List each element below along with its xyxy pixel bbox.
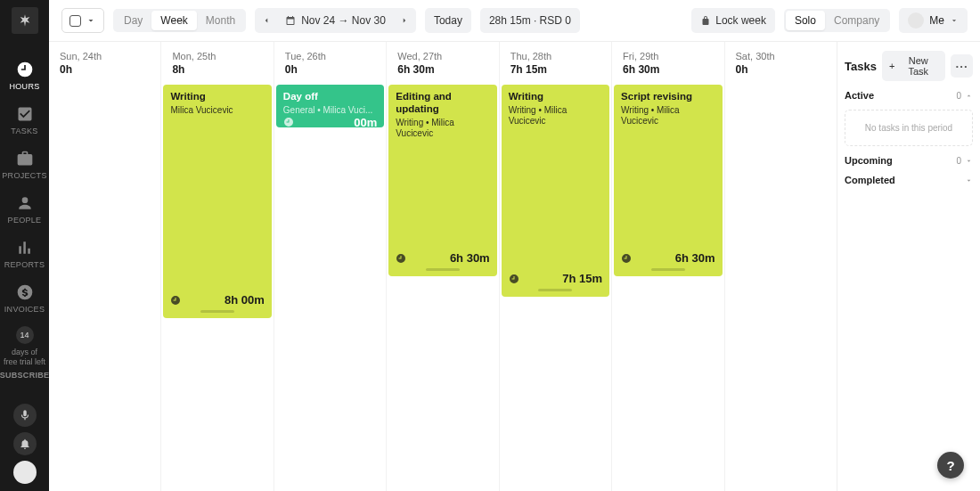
resize-handle[interactable] bbox=[651, 268, 685, 271]
caret-down-icon bbox=[86, 15, 96, 26]
nav-people[interactable]: PEOPLE bbox=[0, 185, 49, 230]
view-day[interactable]: Day bbox=[115, 11, 151, 30]
day-body[interactable]: Script revisingWriting • Milica Vucicevi… bbox=[612, 83, 723, 491]
briefcase-icon bbox=[16, 150, 34, 168]
prev-week-button[interactable] bbox=[255, 8, 278, 33]
trial-info: 14 days of free trial left SUBSCRIBE bbox=[0, 326, 49, 380]
help-button[interactable]: ? bbox=[937, 452, 964, 479]
spark-icon bbox=[18, 13, 32, 28]
sidebar: HOURSTASKSPROJECTSPEOPLEREPORTSINVOICES … bbox=[0, 0, 49, 491]
checkbox-icon bbox=[69, 15, 81, 27]
tasks-section-upcoming[interactable]: Upcoming 0 bbox=[845, 155, 973, 166]
event-subtitle: General • Milica Vuci... bbox=[283, 105, 377, 116]
nav-reports[interactable]: REPORTS bbox=[0, 230, 49, 274]
day-column: Mon, 25th8hWritingMilica Vucicevic8h 00m bbox=[161, 42, 274, 491]
scope-company[interactable]: Company bbox=[825, 11, 888, 30]
clock-icon bbox=[170, 295, 181, 306]
day-body[interactable]: Editing and updatingWriting • Milica Vuc… bbox=[387, 83, 498, 491]
scope-segmented: Solo Company bbox=[784, 9, 890, 32]
calendar-event[interactable]: WritingMilica Vucicevic8h 00m bbox=[163, 85, 271, 318]
clock-icon bbox=[16, 61, 34, 78]
day-date: Wed, 27th bbox=[397, 51, 487, 61]
caret-down-icon bbox=[950, 16, 959, 25]
calendar-event[interactable]: Editing and updatingWriting • Milica Vuc… bbox=[388, 85, 496, 276]
notifications-button[interactable] bbox=[13, 432, 37, 455]
event-duration: 6h 30m bbox=[450, 251, 490, 265]
day-body[interactable]: WritingMilica Vucicevic8h 00m bbox=[161, 83, 273, 491]
day-total: 7h 15m bbox=[510, 63, 600, 76]
nav-projects[interactable]: PROJECTS bbox=[0, 141, 49, 185]
day-total: 6h 30m bbox=[397, 63, 487, 76]
bars-icon bbox=[16, 239, 34, 257]
day-body[interactable]: Day offGeneral • Milica Vuci...00m bbox=[274, 83, 386, 491]
day-total: 0h bbox=[60, 63, 150, 76]
calendar-event[interactable]: WritingWriting • Milica Vucicevic7h 15m bbox=[502, 85, 609, 297]
resize-handle[interactable] bbox=[426, 268, 460, 271]
calendar-icon bbox=[285, 15, 296, 26]
event-duration: 8h 00m bbox=[225, 293, 265, 307]
select-all-checkbox[interactable] bbox=[61, 8, 104, 33]
clock-icon bbox=[283, 117, 294, 127]
event-title: Day off bbox=[283, 91, 377, 103]
day-column: Thu, 28th7h 15mWritingWriting • Milica V… bbox=[500, 42, 612, 491]
lock-week-button[interactable]: Lock week bbox=[691, 8, 775, 33]
day-body[interactable]: WritingWriting • Milica Vucicevic7h 15m bbox=[500, 83, 611, 491]
resize-handle[interactable] bbox=[200, 310, 234, 313]
day-total: 8h bbox=[172, 63, 262, 76]
event-title: Writing bbox=[509, 91, 602, 103]
day-total: 0h bbox=[736, 63, 826, 76]
next-week-button[interactable] bbox=[393, 8, 416, 33]
event-subtitle: Milica Vucicevic bbox=[170, 105, 264, 116]
plus-icon: + bbox=[889, 61, 894, 71]
tasks-more-button[interactable]: ··· bbox=[951, 54, 973, 78]
week-summary-button[interactable]: 28h 15m · RSD 0 bbox=[480, 8, 580, 33]
clock-icon bbox=[509, 274, 519, 284]
calendar-week: Sun, 24th0hMon, 25th8hWritingMilica Vuci… bbox=[49, 42, 837, 491]
event-duration: 6h 30m bbox=[675, 251, 715, 265]
tasks-panel: Tasks + New Task ··· Active 0 No tasks i… bbox=[837, 42, 980, 491]
app-logo[interactable] bbox=[12, 7, 38, 34]
nav-hours[interactable]: HOURS bbox=[0, 52, 49, 96]
nav-tasks[interactable]: TASKS bbox=[0, 96, 49, 141]
mic-button[interactable] bbox=[13, 404, 37, 427]
event-subtitle: Writing • Milica Vucicevic bbox=[621, 105, 715, 127]
day-date: Sun, 24th bbox=[60, 51, 150, 61]
day-date: Tue, 26th bbox=[285, 51, 375, 61]
today-button[interactable]: Today bbox=[425, 8, 471, 33]
tasks-section-completed[interactable]: Completed bbox=[845, 175, 973, 185]
day-body[interactable] bbox=[49, 83, 160, 491]
chevron-down-icon bbox=[965, 176, 973, 184]
nav-invoices[interactable]: INVOICES bbox=[0, 274, 49, 319]
day-date: Mon, 25th bbox=[172, 51, 262, 61]
view-segmented: Day Week Month bbox=[113, 9, 246, 32]
person-icon bbox=[16, 194, 34, 212]
event-title: Script revising bbox=[621, 91, 715, 103]
chevron-right-icon bbox=[400, 16, 409, 25]
clock-icon bbox=[621, 253, 632, 264]
day-column: Sat, 30th0h bbox=[725, 42, 837, 491]
resize-handle[interactable] bbox=[538, 289, 572, 291]
event-duration: 7h 15m bbox=[562, 272, 602, 285]
event-duration: 00m bbox=[354, 116, 377, 129]
view-month[interactable]: Month bbox=[197, 11, 244, 30]
view-week[interactable]: Week bbox=[151, 11, 196, 30]
scope-solo[interactable]: Solo bbox=[786, 11, 825, 30]
subscribe-link[interactable]: SUBSCRIBE bbox=[0, 371, 49, 381]
day-column: Fri, 29th6h 30mScript revisingWriting • … bbox=[612, 42, 724, 491]
day-total: 0h bbox=[285, 63, 375, 76]
user-avatar[interactable] bbox=[13, 461, 37, 484]
mic-icon bbox=[19, 409, 31, 421]
user-filter[interactable]: Me bbox=[899, 8, 968, 33]
day-column: Sun, 24th0h bbox=[49, 42, 161, 491]
new-task-button[interactable]: + New Task bbox=[882, 51, 945, 81]
calendar-event[interactable]: Script revisingWriting • Milica Vucicevi… bbox=[614, 85, 722, 276]
day-date: Thu, 28th bbox=[510, 51, 600, 61]
date-range-button[interactable]: Nov 24 → Nov 30 bbox=[278, 14, 393, 27]
day-body[interactable] bbox=[725, 83, 837, 491]
calendar-event[interactable]: Day offGeneral • Milica Vuci...00m bbox=[276, 85, 384, 127]
tasks-section-active[interactable]: Active 0 bbox=[845, 90, 973, 101]
lock-icon bbox=[700, 15, 711, 26]
event-title: Editing and updating bbox=[396, 91, 489, 116]
day-column: Tue, 26th0hDay offGeneral • Milica Vuci.… bbox=[274, 42, 387, 491]
check-icon bbox=[16, 105, 34, 123]
